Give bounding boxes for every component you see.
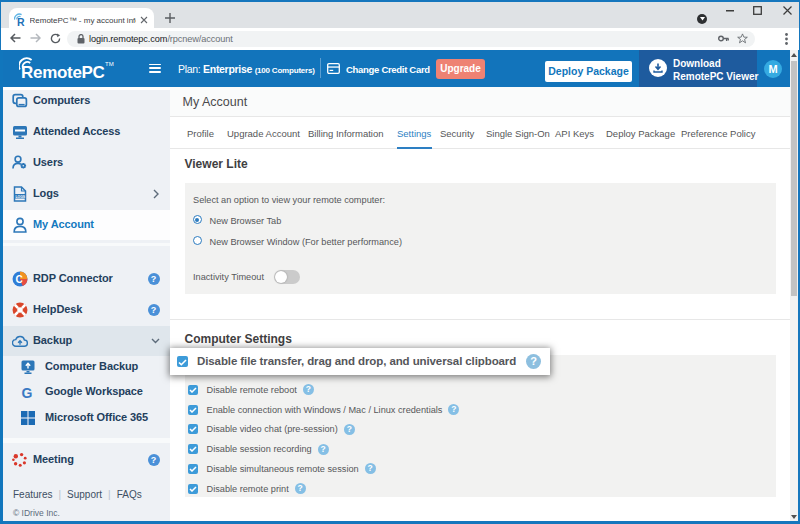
svg-text:G: G: [22, 385, 33, 399]
svg-text:R: R: [17, 15, 25, 26]
svg-text:RemotePC: RemotePC: [21, 63, 105, 82]
svg-text:LOGS: LOGS: [16, 195, 26, 199]
svg-text:C: C: [15, 273, 23, 284]
svg-text:TM: TM: [105, 61, 114, 67]
